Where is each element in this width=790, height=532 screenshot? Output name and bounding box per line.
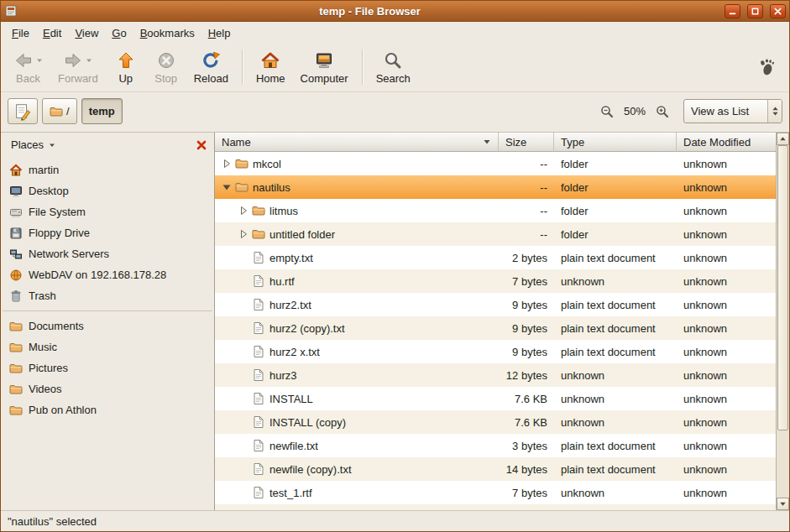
up-button[interactable]: Up — [106, 47, 146, 87]
scroll-up-icon — [779, 135, 787, 143]
file-date-modified: unknown — [677, 487, 776, 499]
folder-icon — [9, 383, 23, 396]
toolbar-button-label: Search — [376, 72, 411, 85]
file-name: INSTALL — [269, 393, 313, 405]
file-row-install-copy[interactable]: INSTALL (copy)7.6 KBunknownunknown — [215, 410, 776, 434]
view-mode-select[interactable]: View as List — [683, 99, 782, 123]
file-date-modified: unknown — [677, 228, 776, 241]
menu-file[interactable]: File — [5, 23, 36, 43]
file-date-modified: unknown — [677, 275, 776, 288]
menu-view[interactable]: View — [68, 23, 105, 43]
close-side-pane-icon — [196, 139, 207, 151]
menu-help[interactable]: Help — [201, 23, 238, 43]
menubar: FileEditViewGoBookmarksHelp — [1, 22, 789, 44]
path-current-button[interactable]: temp — [81, 98, 123, 124]
file-row-hurz2-txt[interactable]: hurz2.txt9 bytesplain text documentunkno… — [215, 293, 776, 316]
file-row-untitled-folder[interactable]: untitled folder--folderunknown — [215, 222, 776, 246]
place-item-webdav-on-192-168-178-28[interactable]: WebDAV on 192.168.178.28 — [1, 264, 214, 285]
file-type: unknown — [554, 369, 677, 382]
menu-go[interactable]: Go — [105, 23, 133, 43]
toolbar-button-label: Reload — [194, 72, 228, 85]
scrollbar-thumb[interactable] — [777, 145, 788, 430]
file-size: -- — [499, 228, 554, 241]
menu-bookmarks[interactable]: Bookmarks — [133, 23, 201, 43]
titlebar[interactable]: temp - File Browser — [1, 1, 789, 22]
file-row-install[interactable]: INSTALL7.6 KBunknownunknown — [215, 387, 776, 410]
toggle-location-entry-button[interactable] — [8, 98, 38, 124]
folder-icon — [9, 362, 23, 375]
place-label: Floppy Drive — [29, 227, 90, 239]
scroll-down-icon — [779, 500, 787, 508]
column-header-name[interactable]: Name — [215, 133, 499, 152]
zoom-out-icon — [600, 105, 614, 118]
globe-icon — [9, 269, 23, 282]
close-side-pane-button[interactable] — [192, 138, 211, 153]
place-item-pub-on-athlon[interactable]: Pub on Athlon — [1, 399, 214, 420]
expand-icon[interactable] — [220, 158, 233, 170]
scroll-up-button[interactable] — [777, 133, 789, 145]
folder-icon — [235, 180, 249, 194]
place-item-martin[interactable]: martin — [1, 159, 214, 180]
place-item-file-system[interactable]: File System — [1, 201, 214, 222]
maximize-button[interactable] — [747, 4, 763, 18]
place-item-floppy-drive[interactable]: Floppy Drive — [1, 222, 214, 243]
zoom-out-button[interactable] — [597, 103, 617, 120]
window-icon — [4, 4, 18, 18]
file-row-mkcol[interactable]: mkcol--folderunknown — [215, 152, 776, 175]
place-item-network-servers[interactable]: Network Servers — [1, 243, 214, 264]
file-browser-window: temp - File Browser FileEditViewGoBookma… — [0, 0, 790, 532]
file-type: unknown — [554, 487, 677, 499]
file-row-empty-txt[interactable]: empty.txt2 bytesplain text documentunkno… — [215, 246, 776, 269]
file-row-hurz3[interactable]: hurz312 bytesunknownunknown — [215, 363, 776, 387]
file-row-untitled-folder-2[interactable]: untitled folder (2)1.7 KBunknownunknown — [215, 504, 776, 510]
place-item-pictures[interactable]: Pictures — [1, 357, 214, 378]
file-row-test-1-rtf[interactable]: test_1.rtf7 bytesunknownunknown — [215, 481, 776, 504]
file-date-modified: unknown — [677, 463, 776, 476]
places-title: Places — [11, 138, 44, 151]
status-text: "nautilus" selected — [8, 515, 97, 528]
file-row-newfile-txt[interactable]: newfile.txt3 bytesplain text documentunk… — [215, 434, 776, 457]
zoom-in-button[interactable] — [652, 103, 672, 120]
place-item-music[interactable]: Music — [1, 336, 214, 357]
file-row-newfile-copy-txt[interactable]: newfile (copy).txt14 bytesplain text doc… — [215, 457, 776, 481]
file-size: 7.6 KB — [499, 393, 554, 405]
collapse-icon[interactable] — [220, 181, 233, 193]
reload-button[interactable]: Reload — [186, 47, 236, 87]
path-root-button[interactable]: / — [42, 98, 77, 124]
home-button[interactable]: Home — [249, 47, 293, 87]
place-item-desktop[interactable]: Desktop — [1, 180, 214, 201]
place-item-trash[interactable]: Trash — [1, 285, 214, 306]
scroll-down-button[interactable] — [777, 498, 789, 510]
scrollbar-track[interactable] — [777, 145, 789, 498]
place-item-videos[interactable]: Videos — [1, 378, 214, 399]
stepper-icon[interactable] — [767, 100, 782, 123]
file-name: hu.rtf — [269, 275, 295, 288]
file-row-hurz2-x-txt[interactable]: hurz2 x.txt9 bytesplain text documentunk… — [215, 340, 776, 363]
folder-icon — [235, 157, 249, 170]
menu-edit[interactable]: Edit — [36, 23, 68, 43]
edit-location-icon — [13, 102, 32, 121]
file-type: folder — [554, 228, 677, 241]
expand-icon[interactable] — [237, 228, 250, 240]
column-header-date-modified[interactable]: Date Modified — [677, 133, 776, 152]
column-header-type[interactable]: Type — [554, 133, 677, 152]
minimize-button[interactable] — [725, 4, 740, 18]
expand-icon[interactable] — [237, 205, 250, 216]
computer-button[interactable]: Computer — [293, 47, 356, 87]
vertical-scrollbar[interactable] — [776, 133, 789, 510]
file-row-nautilus[interactable]: nautilus--folderunknown — [215, 175, 776, 199]
gnome-logo-icon — [757, 58, 776, 76]
close-button[interactable] — [770, 4, 786, 18]
file-size: 2 bytes — [499, 252, 554, 264]
places-dropdown[interactable]: Places — [4, 135, 62, 154]
file-size: -- — [499, 158, 554, 170]
file-date-modified: unknown — [677, 252, 776, 264]
column-header-size[interactable]: Size — [499, 133, 554, 152]
file-row-litmus[interactable]: litmus--folderunknown — [215, 199, 776, 222]
status-bar: "nautilus" selected — [1, 510, 789, 531]
search-button[interactable]: Search — [369, 47, 418, 87]
file-row-hu-rtf[interactable]: hu.rtf7 bytesunknownunknown — [215, 269, 776, 293]
up-icon — [116, 50, 136, 70]
place-item-documents[interactable]: Documents — [1, 316, 214, 336]
file-row-hurz2-copy-txt[interactable]: hurz2 (copy).txt9 bytesplain text docume… — [215, 316, 776, 340]
